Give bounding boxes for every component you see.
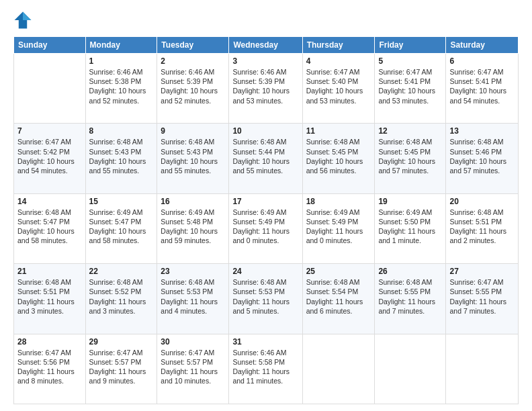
day-info: Sunrise: 6:47 AM Sunset: 5:55 PM Dayligh…: [449, 277, 515, 316]
calendar-cell: [14, 54, 86, 124]
day-number: 22: [89, 267, 154, 276]
day-number: 16: [161, 197, 225, 206]
day-number: 4: [306, 56, 371, 66]
day-info: Sunrise: 6:48 AM Sunset: 5:45 PM Dayligh…: [378, 137, 442, 175]
logo: [13, 11, 35, 30]
page: SundayMondayTuesdayWednesdayThursdayFrid…: [0, 0, 532, 411]
day-info: Sunrise: 6:48 AM Sunset: 5:46 PM Dayligh…: [449, 137, 515, 175]
calendar-cell: 29Sunrise: 6:47 AM Sunset: 5:57 PM Dayli…: [85, 334, 157, 404]
day-number: 8: [89, 126, 154, 136]
day-info: Sunrise: 6:47 AM Sunset: 5:42 PM Dayligh…: [17, 137, 82, 175]
day-number: 30: [161, 337, 225, 347]
svg-marker-1: [23, 12, 31, 20]
day-number: 29: [89, 337, 154, 347]
calendar-cell: 5Sunrise: 6:47 AM Sunset: 5:41 PM Daylig…: [375, 54, 446, 124]
day-info: Sunrise: 6:46 AM Sunset: 5:39 PM Dayligh…: [232, 67, 298, 105]
calendar-cell: 15Sunrise: 6:49 AM Sunset: 5:47 PM Dayli…: [85, 193, 157, 263]
day-number: 21: [17, 267, 82, 276]
day-info: Sunrise: 6:49 AM Sunset: 5:47 PM Dayligh…: [89, 208, 154, 246]
day-info: Sunrise: 6:48 AM Sunset: 5:44 PM Dayligh…: [232, 137, 298, 175]
calendar-cell: 9Sunrise: 6:48 AM Sunset: 5:43 PM Daylig…: [157, 124, 229, 193]
column-header-thursday: Thursday: [302, 37, 375, 54]
calendar-cell: 4Sunrise: 6:47 AM Sunset: 5:40 PM Daylig…: [302, 54, 375, 124]
day-info: Sunrise: 6:49 AM Sunset: 5:48 PM Dayligh…: [161, 208, 225, 246]
column-header-friday: Friday: [375, 37, 446, 54]
calendar-cell: 14Sunrise: 6:48 AM Sunset: 5:47 PM Dayli…: [14, 193, 86, 263]
calendar-cell: 27Sunrise: 6:47 AM Sunset: 5:55 PM Dayli…: [446, 264, 519, 334]
day-info: Sunrise: 6:48 AM Sunset: 5:47 PM Dayligh…: [17, 208, 82, 246]
day-number: 25: [306, 267, 371, 276]
calendar-cell: [302, 334, 375, 404]
calendar-cell: 3Sunrise: 6:46 AM Sunset: 5:39 PM Daylig…: [229, 54, 302, 124]
day-info: Sunrise: 6:48 AM Sunset: 5:52 PM Dayligh…: [89, 277, 154, 316]
day-number: 2: [161, 56, 225, 66]
day-number: 20: [449, 197, 515, 206]
day-number: 31: [232, 337, 298, 347]
calendar-cell: 28Sunrise: 6:47 AM Sunset: 5:56 PM Dayli…: [14, 334, 86, 404]
day-info: Sunrise: 6:49 AM Sunset: 5:49 PM Dayligh…: [232, 208, 298, 246]
calendar-cell: [375, 334, 446, 404]
day-info: Sunrise: 6:48 AM Sunset: 5:45 PM Dayligh…: [306, 137, 371, 175]
day-number: 23: [161, 267, 225, 276]
day-info: Sunrise: 6:47 AM Sunset: 5:41 PM Dayligh…: [378, 67, 442, 105]
calendar-cell: 1Sunrise: 6:46 AM Sunset: 5:38 PM Daylig…: [85, 54, 157, 124]
day-info: Sunrise: 6:46 AM Sunset: 5:38 PM Dayligh…: [89, 67, 154, 105]
day-info: Sunrise: 6:47 AM Sunset: 5:41 PM Dayligh…: [449, 67, 515, 105]
day-info: Sunrise: 6:47 AM Sunset: 5:57 PM Dayligh…: [161, 348, 225, 386]
day-info: Sunrise: 6:46 AM Sunset: 5:58 PM Dayligh…: [232, 348, 298, 386]
day-number: 10: [232, 126, 298, 136]
day-number: 27: [449, 267, 515, 276]
day-info: Sunrise: 6:48 AM Sunset: 5:51 PM Dayligh…: [449, 208, 515, 246]
day-info: Sunrise: 6:48 AM Sunset: 5:54 PM Dayligh…: [306, 277, 371, 316]
day-info: Sunrise: 6:47 AM Sunset: 5:57 PM Dayligh…: [89, 348, 154, 386]
day-number: 19: [378, 197, 442, 206]
calendar-cell: 6Sunrise: 6:47 AM Sunset: 5:41 PM Daylig…: [446, 54, 519, 124]
day-info: Sunrise: 6:48 AM Sunset: 5:53 PM Dayligh…: [232, 277, 298, 316]
calendar-cell: 17Sunrise: 6:49 AM Sunset: 5:49 PM Dayli…: [229, 193, 302, 263]
column-header-saturday: Saturday: [446, 37, 519, 54]
calendar-cell: 2Sunrise: 6:46 AM Sunset: 5:39 PM Daylig…: [157, 54, 229, 124]
column-header-wednesday: Wednesday: [229, 37, 302, 54]
calendar-header-row: SundayMondayTuesdayWednesdayThursdayFrid…: [14, 37, 519, 54]
day-info: Sunrise: 6:47 AM Sunset: 5:40 PM Dayligh…: [306, 67, 371, 105]
day-number: 6: [449, 56, 515, 66]
calendar-cell: 26Sunrise: 6:48 AM Sunset: 5:55 PM Dayli…: [375, 264, 446, 334]
calendar-cell: 23Sunrise: 6:48 AM Sunset: 5:53 PM Dayli…: [157, 264, 229, 334]
day-number: 24: [232, 267, 298, 276]
calendar-week-1: 1Sunrise: 6:46 AM Sunset: 5:38 PM Daylig…: [14, 54, 519, 124]
day-number: 13: [449, 126, 515, 136]
day-number: 14: [17, 197, 82, 206]
calendar-cell: 25Sunrise: 6:48 AM Sunset: 5:54 PM Dayli…: [302, 264, 375, 334]
header: [13, 11, 519, 30]
day-number: 11: [306, 126, 371, 136]
calendar-table: SundayMondayTuesdayWednesdayThursdayFrid…: [13, 36, 519, 404]
logo-icon: [13, 11, 32, 30]
day-info: Sunrise: 6:49 AM Sunset: 5:49 PM Dayligh…: [306, 208, 371, 246]
calendar-cell: 24Sunrise: 6:48 AM Sunset: 5:53 PM Dayli…: [229, 264, 302, 334]
day-info: Sunrise: 6:47 AM Sunset: 5:56 PM Dayligh…: [17, 348, 82, 386]
calendar-cell: 12Sunrise: 6:48 AM Sunset: 5:45 PM Dayli…: [375, 124, 446, 193]
day-number: 5: [378, 56, 442, 66]
day-number: 17: [232, 197, 298, 206]
calendar-cell: 11Sunrise: 6:48 AM Sunset: 5:45 PM Dayli…: [302, 124, 375, 193]
day-info: Sunrise: 6:49 AM Sunset: 5:50 PM Dayligh…: [378, 208, 442, 246]
day-number: 18: [306, 197, 371, 206]
day-number: 12: [378, 126, 442, 136]
calendar-cell: 21Sunrise: 6:48 AM Sunset: 5:51 PM Dayli…: [14, 264, 86, 334]
day-info: Sunrise: 6:46 AM Sunset: 5:39 PM Dayligh…: [161, 67, 225, 105]
day-number: 7: [17, 126, 82, 136]
day-number: 1: [89, 56, 154, 66]
calendar-cell: 18Sunrise: 6:49 AM Sunset: 5:49 PM Dayli…: [302, 193, 375, 263]
column-header-sunday: Sunday: [14, 37, 86, 54]
calendar-cell: 22Sunrise: 6:48 AM Sunset: 5:52 PM Dayli…: [85, 264, 157, 334]
calendar-week-2: 7Sunrise: 6:47 AM Sunset: 5:42 PM Daylig…: [14, 124, 519, 193]
column-header-tuesday: Tuesday: [157, 37, 229, 54]
calendar-cell: 31Sunrise: 6:46 AM Sunset: 5:58 PM Dayli…: [229, 334, 302, 404]
calendar-cell: 7Sunrise: 6:47 AM Sunset: 5:42 PM Daylig…: [14, 124, 86, 193]
day-info: Sunrise: 6:48 AM Sunset: 5:43 PM Dayligh…: [89, 137, 154, 175]
day-info: Sunrise: 6:48 AM Sunset: 5:55 PM Dayligh…: [378, 277, 442, 316]
calendar-week-3: 14Sunrise: 6:48 AM Sunset: 5:47 PM Dayli…: [14, 193, 519, 263]
calendar-week-4: 21Sunrise: 6:48 AM Sunset: 5:51 PM Dayli…: [14, 264, 519, 334]
day-info: Sunrise: 6:48 AM Sunset: 5:53 PM Dayligh…: [161, 277, 225, 316]
calendar-cell: 10Sunrise: 6:48 AM Sunset: 5:44 PM Dayli…: [229, 124, 302, 193]
